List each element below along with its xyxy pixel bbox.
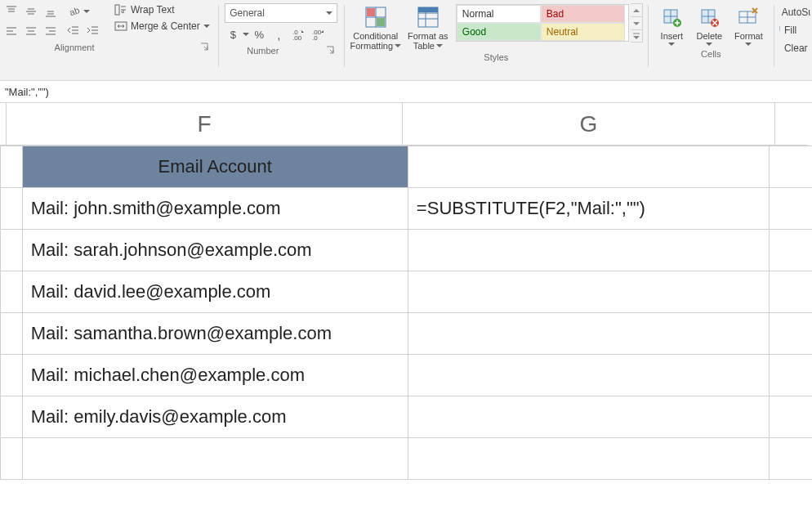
row-header-5[interactable] [1,313,23,355]
cell-F2[interactable]: Mail: john.smith@example.com [22,188,408,230]
insert-label: Insert [661,31,684,41]
col-header-G[interactable]: G [403,103,775,146]
row-header-7[interactable] [1,396,23,438]
styles-scroll-down-button[interactable] [631,17,642,30]
cell-G6[interactable] [408,355,769,396]
row-header-2[interactable] [1,188,23,230]
cell-G2[interactable]: =SUBSTITUTE(F2,"Mail:","") [408,188,769,230]
cell-H3[interactable] [769,230,812,271]
wrap-text-button[interactable]: Wrap Text [114,3,210,16]
clear-button[interactable]: Clear [779,39,810,57]
number-format-combo[interactable]: General [225,3,337,23]
col-header-F[interactable]: F [7,103,403,146]
autosum-label: AutoSum [782,7,810,18]
cell-G3[interactable] [408,230,769,271]
format-cells-icon [738,3,759,31]
increase-indent-button[interactable] [84,22,102,40]
row-header-4[interactable] [1,271,23,313]
group-editing: ∑ AutoSum Fill Clear [779,2,810,57]
comma-label: , [277,28,280,42]
orientation-dropdown[interactable] [83,2,90,20]
cell-F4[interactable]: Mail: david.lee@example.com [22,271,408,313]
fill-button[interactable]: Fill [779,21,810,39]
cell-F8[interactable] [22,438,408,480]
row-header-1[interactable] [1,146,23,188]
col-header-H[interactable] [775,103,808,146]
cell-H5[interactable] [769,313,812,355]
formula-bar[interactable]: "Mail:","") [0,81,812,103]
row-header-3[interactable] [1,230,23,271]
fill-icon [779,25,781,36]
autosum-button[interactable]: ∑ AutoSum [779,3,810,21]
wrap-text-icon [114,3,127,16]
col-header-edge[interactable] [0,103,7,146]
alignment-dialog-launcher-icon[interactable] [200,43,212,54]
formula-bar-text: "Mail:","") [5,86,49,98]
cell-G7[interactable] [408,396,769,438]
clear-icon [779,43,781,54]
style-bad[interactable]: Bad [541,5,625,23]
worksheet[interactable]: F G Email Account Mail: john.smith@examp… [0,103,812,480]
number-dialog-launcher-icon[interactable] [326,46,337,57]
cell-F5[interactable]: Mail: samantha.brown@example.com [22,313,408,355]
style-neutral[interactable]: Neutral [541,23,625,41]
styles-more-button[interactable] [631,30,642,42]
align-middle-button[interactable] [22,2,40,20]
fill-label: Fill [784,25,796,36]
align-right-button[interactable] [42,22,60,40]
decrease-decimal-button[interactable]: .00.0 [309,25,327,43]
comma-format-button[interactable]: , [270,25,288,43]
svg-text:.00: .00 [292,34,302,41]
col-header-G-label: G [580,111,598,137]
delete-button[interactable]: Delete [692,3,726,47]
align-bottom-button[interactable] [42,2,60,20]
cell-F1[interactable]: Email Account [22,146,408,188]
style-normal[interactable]: Normal [457,5,541,23]
cell-G5[interactable] [408,313,769,355]
styles-scroll-up-button[interactable] [631,4,642,17]
align-top-button[interactable] [2,2,20,20]
row-header-6[interactable] [1,355,23,396]
orientation-button[interactable]: ab [65,2,83,20]
cell-G8[interactable] [408,438,769,480]
decrease-indent-button[interactable] [65,22,83,40]
cell-H6[interactable] [769,355,812,396]
svg-rect-34 [367,8,375,16]
cell-F6[interactable]: Mail: michael.chen@example.com [22,355,408,396]
cell-F3[interactable]: Mail: sarah.johnson@example.com [22,230,408,271]
format-as-table-icon [416,3,440,31]
percent-label: % [254,29,264,41]
cell-H2[interactable] [769,188,812,230]
svg-rect-25 [115,5,119,15]
cell-G4[interactable] [408,271,769,313]
group-label-alignment: Alignment [55,43,95,54]
cell-H4[interactable] [769,271,812,313]
style-good[interactable]: Good [457,23,541,41]
style-neutral-label: Neutral [547,26,578,38]
cell-H7[interactable] [769,396,812,438]
cell-H8[interactable] [769,438,812,480]
percent-format-button[interactable]: % [250,25,268,43]
merge-center-icon [114,20,127,33]
cell-H1[interactable] [769,146,812,188]
increase-decimal-button[interactable]: .0.00 [289,25,307,43]
format-button[interactable]: Format [729,3,767,47]
accounting-dropdown[interactable] [243,25,249,43]
merge-center-button[interactable]: Merge & Center [114,20,210,33]
format-as-table-button[interactable]: Format as Table [404,3,453,51]
merge-center-label: Merge & Center [131,20,200,32]
cell-G1[interactable] [408,146,769,188]
group-number: General $ % , .0.00 .00.0 Number [223,2,339,57]
currency-label: $ [230,29,236,41]
fat-label-2: Table [413,41,435,51]
cell-F7[interactable]: Mail: emily.davis@example.com [22,396,408,438]
accounting-format-button[interactable]: $ [224,25,242,43]
row-header-8[interactable] [1,438,23,480]
cell-styles-gallery[interactable]: Normal Bad Good Neutral [456,4,629,42]
conditional-formatting-button[interactable]: Conditional Formatting [351,3,400,51]
align-left-button[interactable] [2,22,20,40]
insert-button[interactable]: Insert [654,3,689,47]
conditional-formatting-icon [364,3,388,31]
align-center-button[interactable] [22,22,40,40]
style-normal-label: Normal [462,8,494,20]
